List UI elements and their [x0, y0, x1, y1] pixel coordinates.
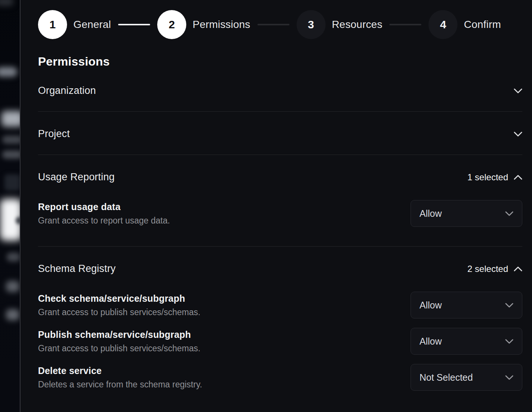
blurred-backdrop-blob — [6, 281, 19, 292]
step-label-confirm: Confirm — [464, 19, 501, 31]
step-label-general: General — [73, 19, 111, 31]
step-label-resources: Resources — [332, 19, 383, 31]
permission-text: Publish schema/service/subgraph Grant ac… — [38, 329, 200, 354]
permission-title: Publish schema/service/subgraph — [38, 329, 200, 340]
step-circle-permissions: 2 — [157, 10, 186, 39]
step-circle-general: 1 — [38, 10, 67, 39]
chevron-down-icon — [514, 131, 522, 137]
section-header-schema-registry[interactable]: Schema Registry 2 selected — [38, 263, 522, 275]
section-title: Organization — [38, 85, 96, 96]
background-app-strip — [0, 0, 20, 412]
step-number: 2 — [169, 18, 175, 31]
section-project: Project — [38, 128, 522, 155]
step-item-resources[interactable]: 3 Resources — [297, 10, 383, 39]
permission-item-publish-schema: Publish schema/service/subgraph Grant ac… — [38, 328, 522, 355]
chevron-down-icon — [505, 339, 513, 344]
section-header-project[interactable]: Project — [38, 128, 522, 140]
step-circle-resources: 3 — [297, 10, 326, 39]
permission-title: Delete service — [38, 365, 202, 376]
blurred-backdrop-blob — [2, 150, 20, 159]
permission-title: Check schema/service/subgraph — [38, 293, 200, 304]
wizard-stepper: 1 General 2 Permissions 3 Resources 4 Co… — [38, 10, 522, 39]
chevron-down-icon — [505, 211, 513, 216]
wizard-panel: 1 General 2 Permissions 3 Resources 4 Co… — [20, 0, 532, 412]
selected-count-badge: 1 selected — [468, 172, 508, 183]
blurred-backdrop-blob — [4, 174, 20, 191]
step-circle-confirm: 4 — [428, 10, 457, 39]
section-header-organization[interactable]: Organization — [38, 85, 522, 96]
permission-item-delete-service: Delete service Deletes a service from th… — [38, 364, 522, 391]
section-title: Usage Reporting — [38, 171, 115, 183]
permission-description: Grant access to publish services/schemas… — [38, 307, 200, 317]
step-item-permissions[interactable]: 2 Permissions — [157, 10, 250, 39]
step-connector-todo — [257, 24, 289, 25]
blurred-backdrop-blob — [2, 136, 20, 144]
section-divider — [38, 246, 522, 247]
step-item-general[interactable]: 1 General — [38, 10, 111, 39]
section-schema-registry: Schema Registry 2 selected Check schema/… — [38, 263, 522, 391]
chevron-up-icon — [514, 175, 522, 180]
permission-description: Deletes a service from the schema regist… — [38, 380, 202, 390]
permission-description: Grant access to report usage data. — [38, 216, 170, 226]
selected-count-wrap: 1 selected — [468, 172, 522, 183]
blurred-backdrop-blob — [0, 67, 17, 77]
chevron-down-icon — [505, 303, 513, 308]
permission-select-delete-service[interactable]: Not Selected — [411, 364, 522, 391]
select-value: Allow — [419, 336, 442, 347]
permission-list: Check schema/service/subgraph Grant acce… — [38, 292, 522, 391]
permission-select-check-schema[interactable]: Allow — [411, 292, 522, 318]
select-value: Not Selected — [419, 372, 473, 383]
step-number: 3 — [308, 18, 314, 31]
selected-count-wrap: 2 selected — [468, 264, 522, 274]
section-title: Project — [38, 128, 70, 140]
permission-title: Report usage data — [38, 202, 170, 212]
chevron-down-icon — [514, 88, 522, 94]
step-number: 4 — [440, 18, 446, 31]
permission-list: Report usage data Grant access to report… — [38, 200, 522, 227]
section-divider — [38, 155, 522, 155]
select-value: Allow — [419, 300, 442, 311]
permission-text: Delete service Deletes a service from th… — [38, 365, 202, 390]
section-divider — [38, 111, 522, 112]
step-item-confirm[interactable]: 4 Confirm — [428, 10, 501, 39]
permission-item-check-schema: Check schema/service/subgraph Grant acce… — [38, 292, 522, 318]
blurred-backdrop-blob — [0, 0, 13, 6]
section-organization: Organization — [38, 85, 522, 112]
section-title: Schema Registry — [38, 263, 116, 275]
permission-text: Report usage data Grant access to report… — [38, 202, 170, 226]
permission-select-publish-schema[interactable]: Allow — [411, 328, 522, 355]
select-value: Allow — [419, 208, 442, 219]
section-usage-reporting: Usage Reporting 1 selected Report usage … — [38, 171, 522, 247]
step-connector-done — [118, 24, 150, 25]
permission-item-report-usage-data: Report usage data Grant access to report… — [38, 200, 522, 227]
permission-select-report-usage-data[interactable]: Allow — [411, 200, 522, 227]
blurred-backdrop-blob — [7, 253, 20, 262]
chevron-up-icon — [514, 266, 522, 272]
blurred-backdrop-blob — [1, 111, 20, 127]
permission-text: Check schema/service/subgraph Grant acce… — [38, 293, 200, 317]
chevron-down-icon — [505, 375, 513, 380]
step-number: 1 — [50, 18, 56, 31]
permission-description: Grant access to publish services/schemas… — [38, 343, 200, 354]
section-header-usage-reporting[interactable]: Usage Reporting 1 selected — [38, 171, 522, 183]
blurred-backdrop-blob — [6, 309, 19, 320]
selected-count-badge: 2 selected — [468, 264, 508, 274]
page-title: Permissions — [38, 55, 522, 69]
step-label-permissions: Permissions — [193, 19, 250, 31]
step-connector-todo — [389, 24, 421, 25]
